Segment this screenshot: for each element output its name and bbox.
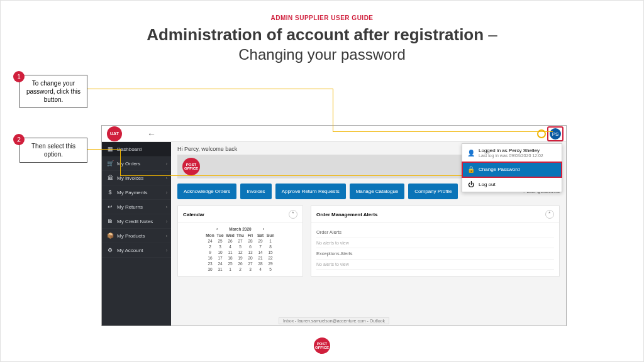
change-password-option[interactable]: 🔒 Change Password: [462, 162, 562, 177]
box-icon: 📦: [107, 233, 113, 239]
sidebar-item-invoices[interactable]: 🏛 My Invoices ›: [102, 171, 171, 185]
chevron-right-icon: ›: [166, 248, 167, 253]
leader-line: [178, 175, 467, 176]
person-icon: 👤: [467, 150, 475, 156]
ql-manage-catalogue[interactable]: Manage Catalogue: [350, 184, 405, 199]
callout-1: To change your password, click this butt…: [19, 75, 87, 108]
user-menu: 👤 Logged in as Percy Shelley Last log in…: [462, 143, 562, 192]
doc-header: ADMIN SUPPLIER USER GUIDE: [1, 14, 643, 21]
ql-acknowledge-orders[interactable]: Acknowledge Orders: [177, 184, 236, 199]
alert-row-empty: No alerts to view: [316, 238, 554, 248]
cal-day: Sun: [265, 233, 275, 238]
footer-logo: POST OFFICE: [314, 337, 330, 354]
logout-label: Log out: [479, 182, 496, 187]
lock-icon: 🔒: [467, 166, 475, 173]
chevron-right-icon: ›: [166, 162, 167, 166]
logout-option[interactable]: ⏻ Log out: [462, 177, 562, 192]
logo-uat: UAT: [107, 126, 122, 141]
cal-day: Fri: [245, 233, 255, 238]
sidebar-item-payments[interactable]: $ My Payments ›: [102, 185, 171, 200]
change-password-label: Change Password: [479, 167, 519, 172]
sidebar-item-returns[interactable]: ↩ My Returns ›: [102, 200, 171, 214]
document-icon: 🗎: [107, 218, 113, 224]
leader-line: [120, 175, 178, 176]
alerts-title: Order Management Alerts: [316, 212, 378, 217]
title-dash: –: [484, 25, 497, 44]
alert-row-empty: No alerts to view: [316, 260, 554, 270]
title-main: Administration of account after registra…: [147, 25, 484, 44]
user-menu-info-text: Logged in as Percy Shelley Last log in w…: [479, 148, 543, 158]
sidebar-item-credit-notes[interactable]: 🗎 My Credit Notes ›: [102, 214, 171, 229]
calendar-panel: Calendar ˄ ‹ March 2020 › Mon: [177, 206, 303, 277]
return-icon: ↩: [107, 204, 113, 210]
post-office-logo: POST OFFICE: [314, 337, 330, 354]
leader-line: [333, 131, 553, 132]
sidebar-label: My Account: [117, 248, 143, 253]
chevron-right-icon: ›: [166, 234, 167, 238]
ql-company-profile[interactable]: Company Profile: [408, 184, 458, 199]
sidebar: ▦ Dashboard 🛒 My Orders › 🏛 My Invoices …: [102, 142, 171, 326]
calendar-month-row: ‹ March 2020 ›: [183, 227, 297, 231]
leader-line: [87, 89, 333, 89]
cal-day: Thu: [235, 233, 245, 238]
sidebar-item-products[interactable]: 📦 My Products ›: [102, 229, 171, 243]
prev-month[interactable]: ‹: [216, 227, 218, 231]
ql-invoices[interactable]: Invoices: [240, 184, 271, 199]
alerts-panel: Order Management Alerts ˄ Order Alerts N…: [311, 206, 560, 277]
sidebar-label: My Payments: [117, 190, 147, 195]
title-subtitle: Changing your password: [1, 46, 643, 63]
cal-day: Sat: [255, 233, 265, 238]
dollar-icon: $: [107, 189, 113, 195]
callout-badge-2: 2: [13, 134, 25, 145]
app-screenshot: UAT ← PS ▦ Dashboard 🛒 My Orders › 🏛 My: [101, 125, 567, 326]
user-avatar[interactable]: PS: [550, 128, 561, 140]
user-menu-info: 👤 Logged in as Percy Shelley Last log in…: [462, 144, 562, 162]
cart-icon: 🛒: [107, 160, 113, 167]
sidebar-label: My Returns: [117, 204, 143, 210]
sidebar-label: My Products: [117, 233, 145, 239]
leader-line: [333, 89, 333, 131]
alert-row: Order Alerts: [316, 227, 554, 238]
chevron-right-icon: ›: [166, 176, 167, 180]
bank-icon: 🏛: [107, 175, 113, 181]
collapse-icon[interactable]: ˄: [289, 210, 297, 219]
leader-line: [87, 149, 120, 150]
callout-badge-1: 1: [13, 71, 25, 82]
next-month[interactable]: ›: [263, 227, 264, 231]
last-login: Last log in was 09/03/2020 12:02: [479, 153, 543, 158]
chevron-right-icon: ›: [166, 190, 167, 195]
taskbar-outlook: Inbox - lauren.samuelson@accenture.com -…: [279, 317, 389, 324]
calendar-grid: Mon Tue Wed Thu Fri Sat Sun 242526272829…: [205, 233, 275, 272]
cal-day: Wed: [225, 233, 235, 238]
post-office-logo: POST OFFICE: [182, 158, 200, 175]
panels-row: Calendar ˄ ‹ March 2020 › Mon: [177, 206, 560, 277]
app-topbar: UAT ← PS: [102, 126, 566, 142]
callout-2: Then select this option.: [19, 138, 87, 163]
chevron-right-icon: ›: [166, 219, 167, 224]
page-root: ADMIN SUPPLIER USER GUIDE Administration…: [0, 0, 644, 362]
gear-icon: ⚙: [107, 247, 113, 253]
power-icon: ⏻: [467, 181, 475, 188]
calendar-header: Calendar ˄: [178, 206, 303, 223]
calendar-month: March 2020: [229, 227, 251, 231]
alert-row: Exceptions Alerts: [316, 248, 554, 260]
back-button[interactable]: ←: [147, 129, 156, 139]
calendar-title: Calendar: [183, 212, 204, 217]
logged-in-as: Logged in as Percy Shelley: [479, 148, 540, 153]
sidebar-item-orders[interactable]: 🛒 My Orders ›: [102, 156, 171, 171]
ql-approve-returns[interactable]: Approve Return Requests: [275, 184, 346, 199]
sidebar-item-account[interactable]: ⚙ My Account ›: [102, 243, 171, 258]
alerts-header: Order Management Alerts ˄: [311, 206, 559, 223]
alerts-body: Order Alerts No alerts to view Exception…: [311, 223, 559, 273]
collapse-icon[interactable]: ˄: [545, 210, 554, 219]
cal-day: Tue: [215, 233, 225, 238]
title-block: Administration of account after registra…: [1, 25, 643, 63]
sidebar-label: My Credit Notes: [117, 219, 153, 224]
calendar-body: ‹ March 2020 › Mon Tue Wed Thu: [178, 223, 303, 276]
chevron-right-icon: ›: [166, 205, 167, 209]
cal-day: Mon: [205, 233, 215, 238]
leader-line: [120, 149, 121, 175]
